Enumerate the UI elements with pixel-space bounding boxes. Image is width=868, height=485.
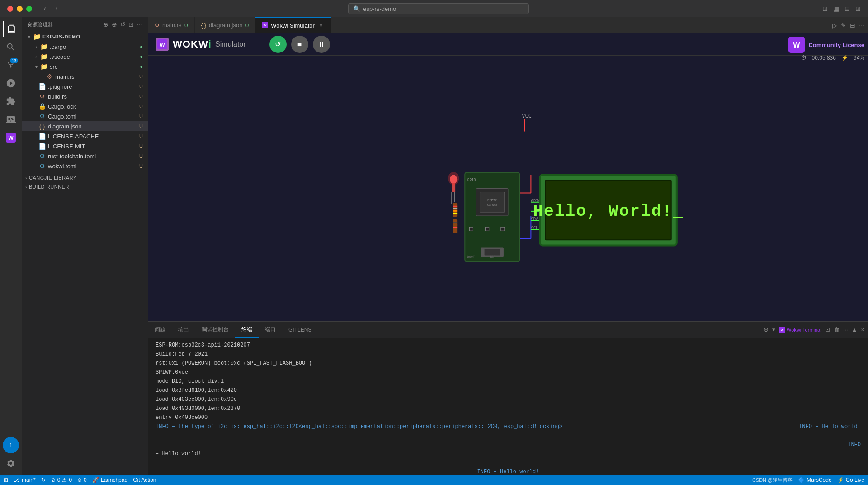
search-box[interactable]: 🔍 esp-rs-demo (348, 3, 529, 14)
tree-item-cargo[interactable]: › 📁 .cargo ● (22, 42, 148, 52)
tree-item-license-mit[interactable]: 📄 LICENSE-MIT U (22, 141, 148, 151)
nav-forward-icon[interactable]: › (55, 5, 57, 13)
new-folder-icon[interactable]: ⊕ (112, 21, 118, 28)
svg-rect-26 (453, 219, 457, 233)
tree-item-rust-toolchain[interactable]: ⚙ rust-toolchain.toml U (22, 151, 148, 161)
activity-source-control[interactable]: 13 (3, 57, 19, 73)
activity-wokwi[interactable]: W (3, 129, 19, 146)
terminal-content[interactable]: ESP-ROM:esp32c3-api1-20210207 Build:Feb … (148, 338, 868, 475)
play-button[interactable]: ↺ (269, 36, 287, 53)
tree-item-wokwi-toml[interactable]: ⚙ wokwi.toml U (22, 161, 148, 171)
editor-layout-icon[interactable]: ▦ (833, 5, 839, 12)
status-branch[interactable]: ⎇ main* (14, 477, 36, 483)
tab-diagram-json[interactable]: { } diagram.json U (195, 17, 256, 33)
pause-button[interactable]: ⏸ (313, 36, 330, 53)
tree-item-diagram-json[interactable]: { } diagram.json U (22, 121, 148, 131)
terminal-tab-ports[interactable]: 端口 (259, 322, 282, 338)
terminal-tab-actions: ⊕ ▾ W Wokwi Terminal ⊡ 🗑 ··· ▲ × (760, 322, 868, 338)
activity-avatar[interactable]: 1 (3, 437, 19, 453)
status-sync[interactable]: ↻ (41, 477, 46, 483)
add-terminal-icon[interactable]: ⊕ (764, 326, 769, 333)
activity-extensions[interactable] (3, 93, 19, 109)
errors-count: 0 (57, 477, 61, 483)
activity-settings[interactable] (3, 455, 19, 471)
terminal-layout-icon[interactable]: ⊡ (825, 326, 830, 333)
launchpad-icon: 🚀 (92, 477, 99, 483)
terminal-tab-problems[interactable]: 问题 (148, 322, 172, 338)
svg-rect-25 (453, 213, 457, 214)
minimize-button[interactable] (17, 6, 23, 12)
activity-search[interactable] (3, 39, 19, 55)
tree-item-build-rs[interactable]: ⚙ build.rs U (22, 91, 148, 101)
run-icon[interactable]: ▷ (832, 22, 837, 29)
tree-item-cargo-toml[interactable]: ⚙ Cargo.toml U (22, 111, 148, 121)
cargo-toml-badge: U (139, 114, 148, 119)
svg-rect-29 (453, 227, 457, 228)
maximize-button[interactable] (26, 6, 32, 12)
close-terminal-icon[interactable]: × (861, 326, 864, 333)
project-arrow: ▾ (25, 34, 33, 39)
terminal-dropdown-icon[interactable]: ▾ (772, 326, 775, 333)
wokwi-toml-label: wokwi.toml (48, 163, 139, 170)
tree-item-gitignore[interactable]: 📄 .gitignore U (22, 81, 148, 91)
file-tree: ▾ 📁 ESP-RS-DEMO › 📁 .cargo ● › 📁 .vscode… (22, 32, 148, 475)
project-root[interactable]: ▾ 📁 ESP-RS-DEMO (22, 32, 148, 42)
terminal-line-3: rst:0x1 (POWERON),boot:0xc (SPI_FAST_FLA… (156, 359, 861, 367)
nav-back-icon[interactable]: ‹ (44, 5, 46, 13)
status-launchpad[interactable]: 🚀 Launchpad (92, 477, 127, 483)
terminal-panel: 问题 输出 调试控制台 终端 端口 GITLENS ⊕ (148, 321, 868, 475)
terminal-tab-gitlens[interactable]: GITLENS (282, 322, 318, 338)
terminal-tab-debug-console[interactable]: 调试控制台 (195, 322, 235, 338)
tab-wokwi-sim[interactable]: W Wokwi Simulator × (255, 17, 331, 33)
delete-terminal-icon[interactable]: 🗑 (834, 326, 840, 333)
marscode-icon: 🔷 (798, 477, 805, 483)
edit-icon[interactable]: ✎ (841, 22, 846, 29)
status-marscode[interactable]: 🔷 MarsCode (798, 477, 831, 483)
cangjie-library-section[interactable]: › CANGJIE LIBRARY (22, 173, 148, 182)
wokwi-subtitle: Simulator (215, 40, 246, 48)
build-runner-section[interactable]: › BUILD RUNNER (22, 182, 148, 191)
tree-item-src[interactable]: ▾ 📁 src ● (22, 62, 148, 71)
main-rs-label: main.rs (55, 73, 139, 80)
more-tabs-icon[interactable]: ··· (859, 22, 864, 29)
refresh-icon[interactable]: ↺ (120, 21, 126, 28)
maximize-terminal-icon[interactable]: ▲ (852, 326, 858, 333)
close-button[interactable] (7, 6, 13, 12)
split-editor-icon[interactable]: ⊟ (850, 22, 855, 29)
stop-button[interactable]: ■ (291, 36, 308, 53)
split-icon[interactable]: ⊟ (844, 5, 850, 12)
tree-item-main-rs[interactable]: ⚙ main.rs U (22, 71, 148, 81)
wokwi-panel: W WOKWi Simulator ↺ ■ ⏸ (148, 33, 868, 321)
terminal-tab-terminal[interactable]: 终端 (235, 322, 259, 338)
wokwi-toml-badge: U (139, 163, 148, 169)
activity-remote[interactable] (3, 111, 19, 128)
activity-explorer[interactable] (3, 21, 19, 37)
status-git-action[interactable]: Git Action (133, 477, 156, 483)
warnings-icon: ⚠ (62, 477, 67, 483)
tree-item-license-apache[interactable]: 📄 LICENSE-APACHE U (22, 131, 148, 141)
tree-item-vscode[interactable]: › 📁 .vscode ● (22, 52, 148, 62)
git-errors-icon: ⊘ (77, 477, 82, 483)
community-license-text: Community License (808, 42, 864, 48)
status-right: CSDN @逢生博客 🔷 MarsCode ⚡ Go Live (752, 477, 864, 484)
tree-item-cargo-lock[interactable]: 🔒 Cargo.lock U (22, 101, 148, 111)
layout-icon[interactable]: ⊡ (822, 5, 828, 12)
collapse-all-icon[interactable]: ⊡ (128, 21, 134, 28)
svg-text:C3-GRx: C3-GRx (487, 203, 497, 206)
more-terminal-icon[interactable]: ··· (843, 326, 848, 333)
more-sidebar-icon[interactable]: ··· (137, 21, 143, 28)
status-git-errors[interactable]: ⊘ 0 (77, 477, 87, 483)
status-remote[interactable]: ⊞ (4, 477, 8, 483)
more-titlebar-icon[interactable]: ⊞ (855, 5, 861, 12)
tab-main-rs[interactable]: ⚙ main.rs U (148, 17, 195, 33)
wokwi-terminal-label[interactable]: W Wokwi Terminal (779, 327, 821, 333)
activity-run-debug[interactable] (3, 75, 19, 91)
status-go-live[interactable]: ⚡ Go Live (837, 477, 864, 483)
circuit-svg: VCC (148, 56, 868, 321)
search-icon: 🔍 (353, 5, 360, 12)
terminal-tab-output[interactable]: 输出 (172, 322, 195, 338)
status-errors[interactable]: ⊘ 0 ⚠ 0 (51, 477, 72, 483)
wokwi-sim-close[interactable]: × (317, 22, 325, 29)
svg-rect-24 (453, 210, 457, 212)
new-file-icon[interactable]: ⊕ (103, 21, 109, 28)
